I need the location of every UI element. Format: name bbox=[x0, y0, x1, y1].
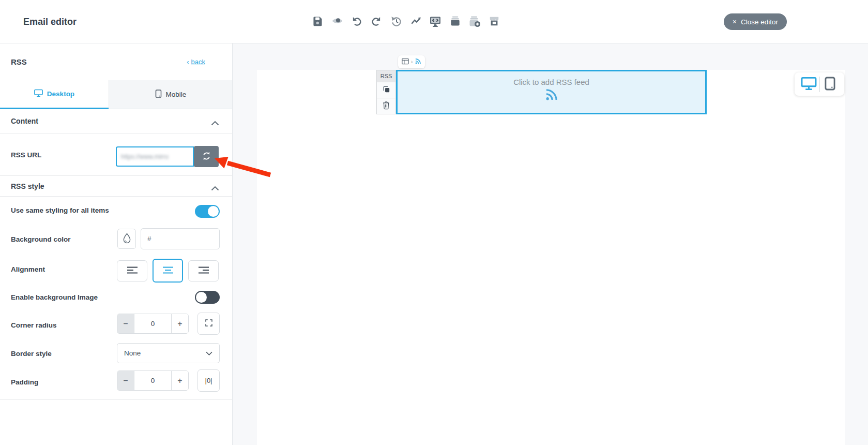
analytics-icon bbox=[410, 15, 422, 28]
increment-button[interactable]: + bbox=[171, 371, 188, 390]
layout-icon bbox=[402, 57, 409, 67]
back-link[interactable]: ‹ back bbox=[187, 58, 205, 66]
email-canvas[interactable] bbox=[257, 70, 845, 445]
chevron-right-icon: › bbox=[411, 59, 413, 65]
same-styling-row: Use same styling for all items bbox=[0, 197, 232, 224]
align-right-button[interactable] bbox=[188, 260, 219, 281]
expand-corners-button[interactable] bbox=[197, 313, 220, 335]
delete-block-button[interactable] bbox=[376, 98, 396, 114]
page-title: Email editor bbox=[23, 0, 77, 43]
panel-title: RSS bbox=[11, 57, 27, 66]
desktop-preview-button[interactable] bbox=[799, 75, 819, 94]
close-editor-button[interactable]: × Close editor bbox=[724, 13, 787, 30]
breadcrumb[interactable]: › bbox=[398, 55, 425, 68]
padding-value[interactable]: 0 bbox=[134, 371, 171, 390]
corner-radius-row: Corner radius − 0 + bbox=[0, 310, 232, 339]
border-style-select[interactable]: None bbox=[117, 343, 220, 363]
same-styling-toggle[interactable] bbox=[195, 205, 220, 218]
store-button[interactable] bbox=[488, 16, 500, 28]
history-button[interactable] bbox=[390, 16, 402, 28]
tab-desktop[interactable]: Desktop bbox=[0, 80, 109, 109]
refresh-icon bbox=[202, 151, 211, 162]
increment-button[interactable]: + bbox=[171, 314, 188, 333]
add-block-icon bbox=[468, 15, 481, 29]
padding-stepper: − 0 + bbox=[117, 370, 189, 391]
align-center-icon bbox=[162, 266, 174, 276]
refresh-feed-button[interactable] bbox=[194, 146, 219, 167]
duplicate-icon bbox=[382, 85, 391, 95]
mobile-icon bbox=[155, 90, 162, 99]
corner-radius-value[interactable]: 0 bbox=[134, 314, 171, 333]
redo-button[interactable] bbox=[370, 16, 383, 28]
undo-button[interactable] bbox=[351, 16, 363, 28]
chevron-down-icon bbox=[206, 349, 212, 357]
mobile-icon bbox=[825, 77, 835, 92]
analytics-button[interactable] bbox=[409, 16, 422, 28]
desktop-icon bbox=[801, 77, 817, 92]
mobile-preview-button[interactable] bbox=[820, 75, 841, 94]
border-style-row: Border style None bbox=[0, 339, 232, 367]
save-icon bbox=[312, 16, 323, 28]
code-view-button[interactable] bbox=[429, 16, 441, 28]
content-section-header[interactable]: Content bbox=[0, 109, 232, 134]
decrement-button[interactable]: − bbox=[117, 371, 134, 390]
align-center-button[interactable] bbox=[153, 259, 183, 283]
tab-mobile[interactable]: Mobile bbox=[109, 80, 232, 109]
decrement-button[interactable]: − bbox=[117, 314, 134, 333]
rss-url-value: https://www.mirro bbox=[121, 153, 169, 160]
preview-icon bbox=[331, 15, 343, 28]
back-label: back bbox=[191, 58, 205, 66]
style-section-header[interactable]: RSS style bbox=[0, 176, 232, 197]
rss-placeholder-text: Click to add RSS feed bbox=[513, 78, 589, 86]
close-icon: × bbox=[733, 18, 737, 26]
align-left-icon bbox=[126, 266, 139, 276]
padding-sides-button[interactable]: |0| bbox=[197, 369, 220, 392]
background-color-label: Background color bbox=[11, 235, 71, 243]
add-block-button[interactable] bbox=[468, 16, 481, 28]
chevron-up-icon[interactable] bbox=[211, 184, 219, 189]
save-button[interactable] bbox=[311, 16, 324, 28]
border-style-value: None bbox=[124, 349, 141, 357]
blocks-icon bbox=[449, 15, 461, 28]
panel-divider bbox=[0, 399, 232, 400]
close-editor-label: Close editor bbox=[741, 18, 778, 26]
droplet-icon bbox=[123, 233, 131, 245]
alignment-label: Alignment bbox=[11, 265, 45, 273]
duplicate-block-button[interactable] bbox=[376, 82, 396, 98]
rss-feed-block[interactable]: Click to add RSS feed bbox=[396, 70, 707, 114]
app-header: Email editor × bbox=[0, 0, 868, 43]
content-section-label: Content bbox=[11, 117, 38, 125]
hex-color-input[interactable] bbox=[141, 228, 220, 249]
toggle-knob bbox=[208, 206, 219, 217]
background-image-label: Enable background Image bbox=[11, 293, 98, 301]
tab-desktop-label: Desktop bbox=[47, 90, 74, 98]
tab-mobile-label: Mobile bbox=[166, 91, 187, 98]
align-left-button[interactable] bbox=[117, 260, 147, 281]
color-picker-button[interactable] bbox=[117, 229, 136, 249]
padding-row: Padding − 0 + |0| bbox=[0, 367, 232, 396]
editor-toolbar bbox=[311, 0, 500, 43]
corner-radius-stepper: − 0 + bbox=[117, 314, 189, 334]
device-tabs: Desktop Mobile bbox=[0, 80, 232, 109]
rss-icon bbox=[415, 57, 421, 67]
same-styling-label: Use same styling for all items bbox=[11, 206, 109, 214]
corner-brackets-icon bbox=[204, 318, 214, 329]
background-image-row: Enable background Image bbox=[0, 284, 232, 310]
chevron-up-icon[interactable] bbox=[211, 118, 219, 124]
alignment-row: Alignment bbox=[0, 255, 232, 284]
desktop-icon bbox=[34, 89, 43, 99]
toggle-knob bbox=[196, 292, 207, 303]
settings-sidebar: RSS ‹ back Desktop Mobile Content RSS UR… bbox=[0, 43, 233, 445]
history-icon bbox=[390, 15, 402, 28]
blocks-button[interactable] bbox=[449, 16, 461, 28]
preview-button[interactable] bbox=[331, 16, 343, 28]
block-tag: RSS bbox=[376, 70, 396, 82]
background-color-row: Background color bbox=[0, 224, 232, 255]
rss-url-input[interactable]: https://www.mirro bbox=[116, 146, 194, 167]
redo-icon bbox=[371, 16, 382, 28]
chevron-left-icon: ‹ bbox=[187, 58, 189, 66]
store-icon bbox=[489, 16, 500, 28]
background-image-toggle[interactable] bbox=[195, 291, 220, 304]
align-right-icon bbox=[197, 266, 210, 276]
code-view-icon bbox=[429, 15, 441, 29]
